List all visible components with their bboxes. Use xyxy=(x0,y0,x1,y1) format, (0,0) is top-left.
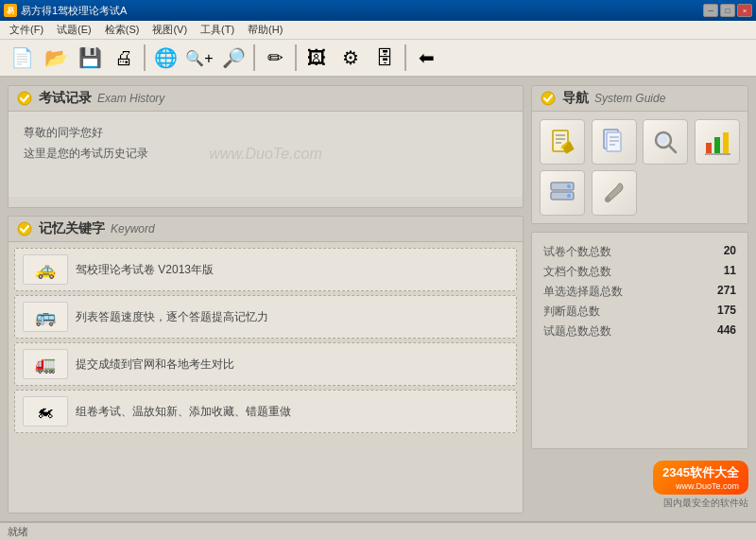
window-title: 易方得1驾校理论考试A xyxy=(21,4,127,18)
logo-main: 2345软件大全 xyxy=(662,464,739,481)
maximize-button[interactable]: □ xyxy=(720,4,735,17)
svg-rect-10 xyxy=(607,132,621,151)
toolbar-back[interactable]: ⬅ xyxy=(410,42,442,74)
keyword-text-1: 列表答题速度快，逐个答题提高记忆力 xyxy=(76,309,268,325)
minimize-button[interactable]: ─ xyxy=(703,4,718,17)
stats-panel: 试卷个数总数 20 文档个数总数 11 单选选择题总数 271 判断题总数 17… xyxy=(531,232,748,449)
keyword-check-icon xyxy=(16,220,33,237)
guide-btn-document[interactable] xyxy=(592,119,637,165)
toolbar-edit[interactable]: ✏ xyxy=(259,42,291,74)
svg-point-25 xyxy=(605,197,610,202)
stat-value-2: 271 xyxy=(717,284,736,300)
guide-icons-row1 xyxy=(540,119,740,165)
window-controls[interactable]: ─ □ × xyxy=(703,4,752,17)
keyword-header: 记忆关键字 Keyword xyxy=(9,217,523,242)
menu-bar: 文件(F) 试题(E) 检索(S) 视图(V) 工具(T) 帮助(H) xyxy=(0,21,756,40)
menu-question[interactable]: 试题(E) xyxy=(51,21,97,39)
svg-rect-18 xyxy=(714,137,720,153)
guide-btn-storage[interactable] xyxy=(540,170,585,216)
stat-label-2: 单选选择题总数 xyxy=(543,284,623,300)
logo-tag: 国内最安全的软件站 xyxy=(653,496,748,510)
logo-area: 2345软件大全 www.DuoTe.com 国内最安全的软件站 xyxy=(531,457,748,514)
title-bar-left: 易 易方得1驾校理论考试A xyxy=(4,4,127,18)
right-panel: 导航 System Guide xyxy=(531,85,748,514)
title-bar: 易 易方得1驾校理论考试A ─ □ × xyxy=(0,0,756,21)
keyword-title-en: Keyword xyxy=(111,222,155,235)
app-icon: 易 xyxy=(4,4,17,17)
guide-icons-row2 xyxy=(540,170,740,216)
toolbar-sep-3 xyxy=(295,44,297,71)
keyword-item-0[interactable]: 🚕 驾校理论考试卷 V2013年版 xyxy=(14,248,517,291)
guide-btn-wrench[interactable] xyxy=(592,170,637,216)
toolbar-picture[interactable]: 🖼 xyxy=(301,42,333,74)
stat-value-1: 11 xyxy=(724,264,736,280)
keyword-item-3[interactable]: 🏍 组卷考试、温故知新、添加收藏、错题重做 xyxy=(14,390,517,433)
toolbar-web[interactable]: 🌐 xyxy=(149,42,181,74)
logo-sub: www.DuoTe.com xyxy=(662,481,739,491)
exam-greeting-1: 尊敬的同学您好 xyxy=(24,123,507,144)
keyword-panel: 记忆关键字 Keyword 🚕 驾校理论考试卷 V2013年版 🚌 列表答题速度… xyxy=(8,216,524,514)
toolbar-new[interactable]: 📄 xyxy=(6,42,38,74)
menu-view[interactable]: 视图(V) xyxy=(146,21,193,39)
exam-history-title-en: Exam History xyxy=(97,92,164,105)
stat-value-0: 20 xyxy=(724,244,736,260)
left-panel: 考试记录 Exam History 尊敬的同学您好 这里是您的考试历史记录 ww… xyxy=(8,85,524,514)
exam-check-icon xyxy=(16,90,33,107)
stat-label-4: 试题总数总数 xyxy=(543,323,611,340)
svg-point-23 xyxy=(567,184,571,188)
svg-point-24 xyxy=(567,194,571,198)
keyword-icon-1: 🚌 xyxy=(23,302,68,332)
guide-check-icon xyxy=(540,90,557,107)
exam-history-panel: 考试记录 Exam History 尊敬的同学您好 这里是您的考试历史记录 ww… xyxy=(8,85,524,208)
menu-tools[interactable]: 工具(T) xyxy=(195,21,240,39)
stat-row-1: 文档个数总数 11 xyxy=(543,262,736,282)
menu-file[interactable]: 文件(F) xyxy=(4,21,49,39)
keyword-item-2[interactable]: 🚛 提交成绩到官网和各地考生对比 xyxy=(14,342,517,386)
guide-content xyxy=(532,112,747,223)
svg-point-16 xyxy=(658,134,667,144)
status-bar: 就绪 xyxy=(0,521,756,540)
guide-btn-chart[interactable] xyxy=(695,119,740,165)
keyword-item-1[interactable]: 🚌 列表答题速度快，逐个答题提高记忆力 xyxy=(14,295,517,339)
toolbar-database[interactable]: 🗄 xyxy=(369,42,401,74)
guide-header: 导航 System Guide xyxy=(532,86,747,112)
keyword-icon-3: 🏍 xyxy=(23,396,68,427)
toolbar-print[interactable]: 🖨 xyxy=(108,42,140,74)
stat-row-2: 单选选择题总数 271 xyxy=(543,282,736,302)
stat-label-1: 文档个数总数 xyxy=(543,264,611,280)
guide-btn-edit-doc[interactable] xyxy=(540,119,585,165)
exam-history-content: 尊敬的同学您好 这里是您的考试历史记录 www.DuoTe.com xyxy=(9,112,523,197)
stat-value-4: 446 xyxy=(717,323,736,340)
menu-help[interactable]: 帮助(H) xyxy=(242,21,288,39)
keyword-text-0: 驾校理论考试卷 V2013年版 xyxy=(76,262,214,278)
keyword-icon-2: 🚛 xyxy=(23,349,68,379)
toolbar-save[interactable]: 💾 xyxy=(74,42,106,74)
close-button[interactable]: × xyxy=(737,4,752,17)
keyword-text-3: 组卷考试、温故知新、添加收藏、错题重做 xyxy=(76,404,291,420)
svg-rect-17 xyxy=(706,143,712,153)
toolbar-sep-1 xyxy=(144,44,146,71)
guide-btn-search[interactable] xyxy=(643,119,688,165)
exam-history-header: 考试记录 Exam History xyxy=(9,86,523,112)
svg-line-15 xyxy=(669,146,676,152)
stat-row-0: 试卷个数总数 20 xyxy=(543,242,736,262)
menu-search[interactable]: 检索(S) xyxy=(99,21,146,39)
keyword-icon-0: 🚕 xyxy=(23,254,68,285)
keyword-content: 🚕 驾校理论考试卷 V2013年版 🚌 列表答题速度快，逐个答题提高记忆力 🚛 … xyxy=(9,242,523,439)
svg-rect-19 xyxy=(723,132,729,153)
toolbar: 📄 📂 💾 🖨 🌐 🔍+ 🔎 ✏ 🖼 ⚙ 🗄 ⬅ xyxy=(0,40,756,78)
stat-label-3: 判断题总数 xyxy=(543,304,600,320)
guide-title-cn: 导航 xyxy=(562,90,589,107)
main-area: 考试记录 Exam History 尊敬的同学您好 这里是您的考试历史记录 ww… xyxy=(0,78,756,521)
guide-title-en: System Guide xyxy=(594,92,665,105)
toolbar-search-plus[interactable]: 🔍+ xyxy=(183,42,215,74)
exam-history-title-cn: 考试记录 xyxy=(39,90,92,107)
toolbar-open[interactable]: 📂 xyxy=(40,42,72,74)
toolbar-zoom[interactable]: 🔎 xyxy=(217,42,249,74)
guide-panel: 导航 System Guide xyxy=(531,85,748,224)
toolbar-sep-4 xyxy=(404,44,406,71)
keyword-title-cn: 记忆关键字 xyxy=(39,220,105,237)
keyword-text-2: 提交成绩到官网和各地考生对比 xyxy=(76,357,234,373)
stat-label-0: 试卷个数总数 xyxy=(543,244,611,260)
toolbar-settings[interactable]: ⚙ xyxy=(335,42,367,74)
